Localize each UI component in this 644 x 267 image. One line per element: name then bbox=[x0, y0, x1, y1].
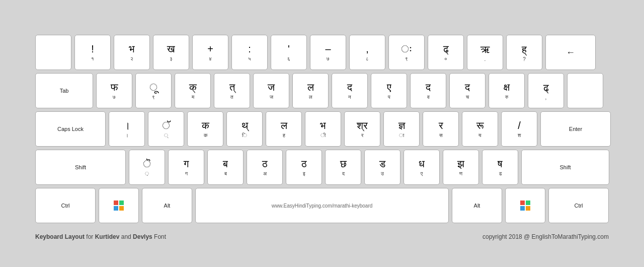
key-4[interactable]: + ४ bbox=[192, 35, 228, 70]
key-r[interactable]: त् त bbox=[214, 73, 250, 108]
key-tab[interactable]: Tab bbox=[35, 73, 93, 108]
key-v[interactable]: ठ अ bbox=[247, 150, 283, 185]
key-comma[interactable]: ध ए bbox=[404, 150, 440, 185]
key-b[interactable]: ठ इ bbox=[286, 150, 322, 185]
key-c[interactable]: ब ब bbox=[207, 150, 244, 185]
key-5[interactable]: : ५ bbox=[231, 35, 268, 70]
key-lalt[interactable]: Alt bbox=[142, 188, 192, 223]
key-period[interactable]: झ ण bbox=[443, 150, 479, 185]
key-i[interactable]: ए प bbox=[371, 73, 407, 108]
key-slash[interactable]: ष ढ bbox=[482, 150, 518, 185]
key-9[interactable]: ः ९ bbox=[388, 35, 425, 70]
svg-rect-6 bbox=[520, 206, 525, 211]
key-semicolon[interactable]: रू य bbox=[462, 111, 498, 147]
windows-icon-left bbox=[113, 200, 124, 211]
key-capslock[interactable]: Caps Lock bbox=[35, 111, 106, 147]
key-u[interactable]: द न bbox=[332, 73, 368, 108]
key-j[interactable]: श्र र bbox=[344, 111, 380, 147]
key-rshift[interactable]: Shift bbox=[521, 150, 609, 185]
footer-left: Keyboard Layout for Kurtidev and Devlys … bbox=[35, 233, 166, 240]
key-enter[interactable]: Enter bbox=[540, 111, 611, 147]
windows-icon-right bbox=[520, 200, 531, 211]
key-rwin[interactable] bbox=[505, 188, 545, 223]
key-o[interactable]: द व bbox=[410, 73, 446, 108]
key-rctrl[interactable]: Ctrl bbox=[548, 188, 609, 223]
key-row-1: ! १ भ २ ख ३ + ४ : ५ ' ६ – ७ , ८ bbox=[35, 35, 609, 70]
key-ralt[interactable]: Alt bbox=[452, 188, 502, 223]
footer-title: Keyboard Layout for Kurtidev and Devlys … bbox=[35, 233, 166, 240]
key-3[interactable]: ख ३ bbox=[153, 35, 189, 70]
key-d[interactable]: क क bbox=[187, 111, 223, 147]
key-n[interactable]: छ द bbox=[325, 150, 361, 185]
key-rbracket[interactable]: ढ् , bbox=[528, 73, 564, 108]
key-y[interactable]: ल ल bbox=[292, 73, 329, 108]
footer: Keyboard Layout for Kurtidev and Devlys … bbox=[20, 231, 624, 242]
key-f[interactable]: थ् ि bbox=[226, 111, 263, 147]
svg-rect-5 bbox=[526, 201, 530, 205]
key-backslash[interactable] bbox=[567, 73, 603, 108]
svg-rect-2 bbox=[114, 206, 118, 211]
key-g[interactable]: ल ह bbox=[266, 111, 302, 147]
key-x[interactable]: ग ग bbox=[168, 150, 204, 185]
key-equals[interactable]: ह् ? bbox=[506, 35, 542, 70]
key-s[interactable]: ॅ ् bbox=[148, 111, 184, 147]
key-a[interactable]: । । bbox=[109, 111, 145, 147]
svg-rect-7 bbox=[526, 206, 530, 211]
key-lbracket[interactable]: क्ष रु bbox=[489, 73, 525, 108]
key-lshift[interactable]: Shift bbox=[35, 150, 126, 185]
key-8[interactable]: , ८ bbox=[349, 35, 385, 70]
svg-rect-4 bbox=[520, 201, 525, 205]
keyboard-container: ! १ भ २ ख ३ + ४ : ५ ' ६ – ७ , ८ bbox=[20, 25, 624, 231]
key-k[interactable]: ज्ञ ा bbox=[383, 111, 420, 147]
key-2[interactable]: भ २ bbox=[114, 35, 150, 70]
key-t[interactable]: ज ज bbox=[253, 73, 289, 108]
svg-rect-0 bbox=[114, 201, 118, 205]
key-h[interactable]: भ ी bbox=[305, 111, 341, 147]
key-space[interactable]: www.EasyHindiTyping.com/marathi-keyboard bbox=[195, 188, 449, 223]
svg-rect-3 bbox=[119, 206, 124, 211]
key-minus[interactable]: ऋ . bbox=[467, 35, 503, 70]
key-p[interactable]: द च bbox=[449, 73, 486, 108]
key-z[interactable]: ॆ ़ bbox=[129, 150, 165, 185]
key-backspace[interactable]: ← bbox=[545, 35, 596, 70]
svg-rect-1 bbox=[119, 201, 124, 205]
key-7[interactable]: – ७ bbox=[310, 35, 346, 70]
key-quote[interactable]: / श bbox=[501, 111, 537, 147]
footer-copyright: copyright 2018 @ EnglishToMarathiTyping.… bbox=[482, 233, 609, 240]
key-1[interactable]: ! १ bbox=[74, 35, 111, 70]
key-row-4: Shift ॆ ़ ग ग ब ब ठ अ ठ इ छ द ड उ bbox=[35, 150, 609, 185]
key-l[interactable]: र स bbox=[423, 111, 459, 147]
key-6[interactable]: ' ६ bbox=[271, 35, 307, 70]
key-e[interactable]: क् म bbox=[175, 73, 211, 108]
key-w[interactable]: ू ९ bbox=[135, 73, 172, 108]
key-m[interactable]: ड उ bbox=[364, 150, 400, 185]
key-row-5: Ctrl Alt www.EasyHindiTyping.com/marathi… bbox=[35, 188, 609, 223]
key-lctrl[interactable]: Ctrl bbox=[35, 188, 96, 223]
key-row-3: Caps Lock । । ॅ ् क क थ् ि ल ह भ ी श्र र bbox=[35, 111, 609, 147]
key-row-2: Tab फ ७ ू ९ क् म त् त ज ज ल ल द न bbox=[35, 73, 609, 108]
key-q[interactable]: फ ७ bbox=[96, 73, 132, 108]
key-lwin[interactable] bbox=[99, 188, 139, 223]
key-backtick[interactable] bbox=[35, 35, 71, 70]
key-0[interactable]: ढ् ० bbox=[428, 35, 464, 70]
